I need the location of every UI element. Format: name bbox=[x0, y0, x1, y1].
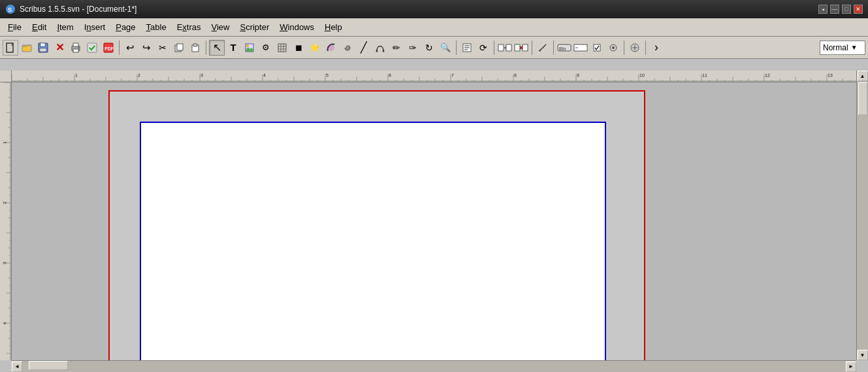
cut-button[interactable]: ✂ bbox=[155, 40, 170, 56]
svg-rect-20 bbox=[278, 44, 286, 52]
svg-rect-47 bbox=[594, 44, 600, 51]
close-doc-button[interactable]: ✕ bbox=[52, 40, 67, 56]
mode-label: Normal bbox=[823, 43, 848, 52]
scroll-right-button[interactable]: ► bbox=[846, 362, 856, 372]
svg-rect-6 bbox=[40, 48, 46, 52]
close-button[interactable]: ✕ bbox=[854, 5, 863, 14]
menu-edit[interactable]: Edit bbox=[27, 20, 52, 34]
canvas-area[interactable] bbox=[12, 82, 856, 360]
measure-button[interactable] bbox=[535, 40, 551, 56]
pdf-export-button[interactable]: PDF bbox=[101, 40, 116, 56]
calligraphic-tool-button[interactable]: ✑ bbox=[405, 40, 421, 56]
rotate-tool-button[interactable]: ↻ bbox=[421, 40, 437, 56]
more-tools-button[interactable]: › bbox=[649, 40, 664, 56]
bezier-tool-button[interactable] bbox=[372, 40, 388, 56]
sep7 bbox=[624, 41, 624, 55]
svg-rect-36 bbox=[515, 44, 520, 51]
new-button[interactable] bbox=[3, 40, 18, 56]
mode-dropdown[interactable]: Normal ▼ bbox=[820, 41, 865, 55]
redo-button[interactable]: ↪ bbox=[138, 40, 154, 56]
svg-point-19 bbox=[246, 44, 249, 47]
svg-line-40 bbox=[539, 44, 546, 51]
titlebar-left: S Scribus 1.5.5.svn - [Document-1*] bbox=[5, 4, 137, 14]
titlebar-title: Scribus 1.5.5.svn - [Document-1*] bbox=[20, 5, 137, 14]
menu-view[interactable]: View bbox=[206, 20, 235, 34]
pdf-checkbox-tool[interactable] bbox=[589, 40, 605, 56]
table-tool-button[interactable] bbox=[274, 40, 290, 56]
zoom-tool-button[interactable]: 🔍 bbox=[438, 40, 453, 56]
spiral-tool-button[interactable] bbox=[340, 40, 355, 56]
update-text-button[interactable]: ⟳ bbox=[475, 40, 491, 56]
svg-rect-5 bbox=[40, 43, 45, 46]
menu-file[interactable]: File bbox=[3, 20, 27, 34]
open-button[interactable] bbox=[19, 40, 35, 56]
link-frames-button[interactable] bbox=[497, 40, 513, 56]
minimize-button[interactable]: — bbox=[830, 5, 839, 14]
ruler-vertical bbox=[0, 82, 12, 360]
arc-tool-button[interactable] bbox=[323, 40, 339, 56]
scroll-up-button[interactable]: ▲ bbox=[858, 71, 868, 81]
pdf-text-field-tool[interactable] bbox=[573, 40, 588, 56]
sep2 bbox=[206, 41, 206, 55]
scroll-down-button[interactable]: ▼ bbox=[858, 350, 868, 360]
menu-item[interactable]: Item bbox=[52, 20, 78, 34]
menu-scripter[interactable]: Scripter bbox=[234, 20, 274, 34]
menu-page[interactable]: Page bbox=[110, 20, 140, 34]
freehand-tool-button[interactable]: ✏ bbox=[389, 40, 404, 56]
scroll-track-v bbox=[857, 81, 868, 350]
select-tool-button[interactable]: ↖ bbox=[209, 40, 225, 56]
pdf-button-tool[interactable]: Btn bbox=[556, 40, 572, 56]
svg-point-26 bbox=[376, 50, 378, 52]
svg-point-25 bbox=[328, 44, 334, 51]
text-tool-button[interactable]: T bbox=[225, 40, 241, 56]
image-tool-button[interactable] bbox=[242, 40, 257, 56]
story-editor-button[interactable] bbox=[459, 40, 475, 56]
ruler-horizontal bbox=[12, 71, 856, 82]
undo-button[interactable]: ↩ bbox=[122, 40, 138, 56]
scroll-left-button[interactable]: ◄ bbox=[12, 362, 22, 372]
toolbar: ✕ PDF ↩ ↪ ✂ ↖ T ⚙ ◼ ⭐ bbox=[0, 37, 868, 59]
copy-button[interactable] bbox=[171, 40, 187, 56]
menu-windows[interactable]: Windows bbox=[274, 20, 319, 34]
svg-point-27 bbox=[383, 50, 385, 52]
svg-rect-9 bbox=[73, 49, 78, 52]
render-tool-button[interactable]: ⚙ bbox=[258, 40, 274, 56]
sep5 bbox=[532, 41, 532, 55]
svg-rect-33 bbox=[506, 44, 511, 51]
print-button[interactable] bbox=[68, 40, 84, 56]
mode-chevron-icon: ▼ bbox=[851, 44, 858, 51]
page-content[interactable] bbox=[140, 122, 606, 360]
menu-help[interactable]: Help bbox=[319, 20, 347, 34]
menu-extras[interactable]: Extras bbox=[172, 20, 206, 34]
maximize-button[interactable]: □ bbox=[842, 5, 851, 14]
svg-rect-17 bbox=[193, 44, 197, 46]
save-button[interactable] bbox=[35, 40, 51, 56]
svg-point-10 bbox=[78, 47, 79, 48]
titlebar-extra1[interactable]: ◂ bbox=[818, 5, 828, 14]
svg-text:S: S bbox=[8, 7, 12, 13]
titlebar-controls[interactable]: ◂ — □ ✕ bbox=[818, 5, 863, 14]
unlink-frames-button[interactable] bbox=[513, 40, 529, 56]
scroll-thumb-v[interactable] bbox=[858, 82, 867, 115]
scroll-thumb-h[interactable] bbox=[29, 361, 68, 370]
scrollbar-vertical[interactable]: ▲ ▼ bbox=[856, 71, 868, 360]
menu-table[interactable]: Table bbox=[141, 20, 172, 34]
shape-tool-button[interactable]: ◼ bbox=[291, 40, 306, 56]
menubar: File Edit Item Insert Page Table Extras … bbox=[0, 18, 868, 37]
scroll-track-h bbox=[22, 361, 846, 372]
sep4 bbox=[494, 41, 494, 55]
titlebar: S Scribus 1.5.5.svn - [Document-1*] ◂ — … bbox=[0, 0, 868, 18]
eyedropper-button[interactable] bbox=[627, 40, 643, 56]
menu-insert[interactable]: Insert bbox=[79, 20, 111, 34]
pdf-combo-tool[interactable] bbox=[605, 40, 621, 56]
line-tool-button[interactable]: ╱ bbox=[356, 40, 372, 56]
paste-button[interactable] bbox=[187, 40, 203, 56]
sep6 bbox=[553, 41, 554, 55]
scribus-icon: S bbox=[5, 4, 16, 14]
svg-rect-8 bbox=[73, 43, 78, 46]
preflight-button[interactable] bbox=[84, 40, 100, 56]
scrollbar-horizontal[interactable]: ◄ ► bbox=[12, 360, 856, 372]
svg-rect-37 bbox=[522, 44, 528, 51]
polygon-tool-button[interactable]: ⭐ bbox=[307, 40, 323, 56]
svg-point-49 bbox=[612, 46, 615, 49]
